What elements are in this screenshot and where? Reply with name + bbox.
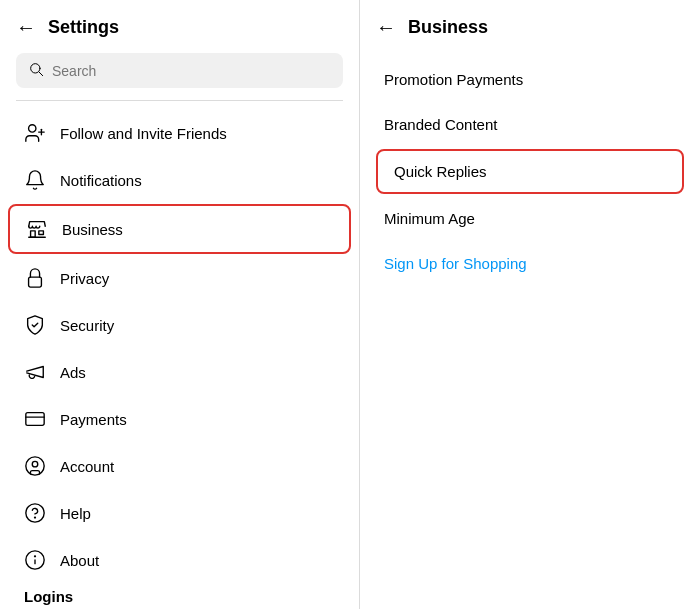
sidebar-item-privacy[interactable]: Privacy xyxy=(8,255,351,301)
svg-point-12 xyxy=(32,461,38,467)
sidebar-item-label: About xyxy=(60,552,99,569)
sidebar-item-label: Ads xyxy=(60,364,86,381)
right-nav-item-sign-up-shopping[interactable]: Sign Up for Shopping xyxy=(360,241,700,286)
svg-line-1 xyxy=(39,72,43,76)
search-input[interactable] xyxy=(52,63,331,79)
right-nav-item-branded-content[interactable]: Branded Content xyxy=(360,102,700,147)
right-nav-item-label: Branded Content xyxy=(384,116,497,133)
search-bar xyxy=(16,53,343,88)
right-nav-item-quick-replies[interactable]: Quick Replies xyxy=(376,149,684,194)
store-icon xyxy=(26,218,48,240)
right-panel-title: Business xyxy=(408,17,488,38)
right-nav-item-promotion-payments[interactable]: Promotion Payments xyxy=(360,57,700,102)
left-back-button[interactable]: ← xyxy=(16,16,36,39)
question-circle-icon xyxy=(24,502,46,524)
sidebar-item-label: Security xyxy=(60,317,114,334)
svg-rect-6 xyxy=(39,231,44,235)
person-circle-icon xyxy=(24,455,46,477)
sidebar-item-about[interactable]: About xyxy=(8,537,351,576)
sidebar-item-label: Help xyxy=(60,505,91,522)
info-circle-icon xyxy=(24,549,46,571)
right-header: ← Business xyxy=(360,0,700,49)
sidebar-item-label: Notifications xyxy=(60,172,142,189)
shield-icon xyxy=(24,314,46,336)
right-nav-item-label: Minimum Age xyxy=(384,210,475,227)
logins-section-title: Logins xyxy=(0,576,359,609)
svg-point-11 xyxy=(26,457,44,475)
sidebar-item-notifications[interactable]: Notifications xyxy=(8,157,351,203)
search-icon xyxy=(28,61,44,80)
sidebar-item-security[interactable]: Security xyxy=(8,302,351,348)
right-nav-item-minimum-age[interactable]: Minimum Age xyxy=(360,196,700,241)
megaphone-icon xyxy=(24,361,46,383)
sidebar-item-label: Account xyxy=(60,458,114,475)
svg-point-2 xyxy=(29,125,36,132)
sidebar-item-payments[interactable]: Payments xyxy=(8,396,351,442)
left-header: ← Settings xyxy=(0,0,359,49)
right-back-button[interactable]: ← xyxy=(376,16,396,39)
sidebar-item-label: Payments xyxy=(60,411,127,428)
sidebar-item-business[interactable]: Business xyxy=(8,204,351,254)
lock-icon xyxy=(24,267,46,289)
sidebar-item-follow[interactable]: Follow and Invite Friends xyxy=(8,110,351,156)
right-nav-item-label: Quick Replies xyxy=(394,163,487,180)
bell-icon xyxy=(24,169,46,191)
svg-point-0 xyxy=(31,64,40,73)
sidebar-item-label: Follow and Invite Friends xyxy=(60,125,227,142)
right-panel: ← Business Promotion Payments Branded Co… xyxy=(360,0,700,609)
person-plus-icon xyxy=(24,122,46,144)
sidebar-item-label: Business xyxy=(62,221,123,238)
right-nav-item-label: Sign Up for Shopping xyxy=(384,255,527,272)
nav-list: Follow and Invite Friends Notifications xyxy=(0,109,359,576)
svg-point-13 xyxy=(26,504,44,522)
svg-rect-8 xyxy=(29,277,42,287)
left-panel: ← Settings Follow and Invite Friends xyxy=(0,0,360,609)
sidebar-item-ads[interactable]: Ads xyxy=(8,349,351,395)
sidebar-item-label: Privacy xyxy=(60,270,109,287)
divider xyxy=(16,100,343,101)
right-nav-item-label: Promotion Payments xyxy=(384,71,523,88)
creditcard-icon xyxy=(24,408,46,430)
svg-rect-5 xyxy=(31,231,36,237)
sidebar-item-help[interactable]: Help xyxy=(8,490,351,536)
sidebar-item-account[interactable]: Account xyxy=(8,443,351,489)
right-nav-list: Promotion Payments Branded Content Quick… xyxy=(360,49,700,294)
left-panel-title: Settings xyxy=(48,17,119,38)
svg-rect-9 xyxy=(26,413,44,426)
